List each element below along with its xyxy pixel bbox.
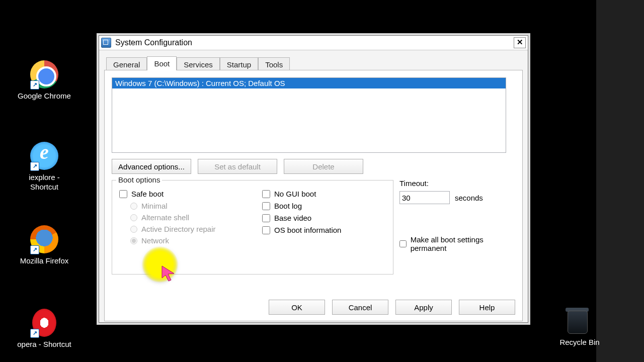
minimal-radio[interactable]: Minimal [130, 202, 216, 210]
boot-options-group: Boot options Safe boot Minimal Alternate… [112, 180, 393, 275]
apply-button[interactable]: Apply [395, 300, 452, 315]
no-gui-label: No GUI boot [274, 190, 316, 198]
tab-startup[interactable]: Startup [220, 57, 258, 71]
tabs: General Boot Services Startup Tools [99, 54, 528, 70]
ad-repair-radio[interactable]: Active Directory repair [130, 225, 216, 233]
safe-boot-checkbox[interactable]: Safe boot [119, 190, 216, 198]
safe-boot-input[interactable] [119, 190, 127, 198]
delete-button[interactable]: Delete [284, 159, 363, 174]
base-video-input[interactable] [262, 214, 270, 222]
desktop-icon-label: iexplore - Shortcut [14, 173, 74, 192]
minimal-input[interactable] [130, 203, 137, 210]
boot-log-checkbox[interactable]: Boot log [262, 202, 341, 210]
boot-entries-listbox[interactable]: Windows 7 (C:\Windows) : Current OS; Def… [112, 77, 506, 153]
advanced-options-button[interactable]: Advanced options... [112, 159, 191, 174]
base-video-checkbox[interactable]: Base video [262, 214, 341, 222]
desktop-icon-label: Google Chrome [14, 92, 74, 101]
boot-entry[interactable]: Windows 7 (C:\Windows) : Current OS; Def… [112, 78, 506, 88]
network-label: Network [141, 236, 169, 245]
cursor-icon [161, 265, 178, 282]
make-permanent-label: Make all boot settings permanent [411, 235, 505, 252]
minimal-label: Minimal [141, 202, 168, 210]
os-boot-info-input[interactable] [262, 226, 270, 234]
highlight-icon [142, 246, 178, 283]
svg-marker-0 [162, 266, 174, 281]
desktop-icon-label: Recycle Bin [549, 338, 610, 347]
cancel-button[interactable]: Cancel [332, 300, 388, 315]
desktop-icon-chrome[interactable]: ↗ Google Chrome [14, 60, 74, 101]
timeout-unit: seconds [455, 194, 483, 202]
timeout-input[interactable] [399, 191, 450, 204]
desktop-icon-label: Mozilla Firefox [14, 256, 74, 266]
tab-boot[interactable]: Boot [147, 56, 177, 70]
close-button[interactable]: ✕ [514, 37, 526, 48]
desktop-icon-label: opera - Shortcut [14, 340, 74, 349]
no-gui-input[interactable] [262, 190, 270, 198]
ok-button[interactable]: OK [269, 300, 325, 315]
timeout-label: Timeout: [399, 179, 429, 188]
make-permanent-checkbox[interactable]: Make all boot settings permanent [399, 235, 505, 252]
desktop-icon-opera[interactable]: ↗ opera - Shortcut [14, 309, 74, 349]
base-video-label: Base video [274, 214, 311, 222]
network-radio[interactable]: Network [130, 236, 216, 245]
window-title: System Configuration [115, 38, 192, 47]
tab-services[interactable]: Services [177, 57, 220, 71]
boot-log-label: Boot log [274, 202, 302, 210]
titlebar[interactable]: System Configuration ✕ [99, 36, 528, 50]
alternate-shell-label: Alternate shell [141, 213, 189, 222]
recycle-bin-icon [566, 307, 594, 335]
make-permanent-input[interactable] [399, 240, 407, 248]
set-as-default-button[interactable]: Set as default [198, 159, 277, 174]
alternate-shell-radio[interactable]: Alternate shell [130, 213, 216, 222]
no-gui-boot-checkbox[interactable]: No GUI boot [262, 190, 341, 198]
app-icon [101, 38, 111, 48]
system-configuration-dialog: System Configuration ✕ General Boot Serv… [99, 35, 528, 323]
boot-log-input[interactable] [262, 202, 270, 210]
shortcut-arrow-icon: ↗ [30, 162, 39, 171]
shortcut-arrow-icon: ↗ [30, 80, 39, 89]
boot-options-legend: Boot options [116, 175, 162, 184]
desktop-icon-recyclebin[interactable]: Recycle Bin [549, 307, 610, 347]
tab-panel-boot: Windows 7 (C:\Windows) : Current OS; Def… [104, 70, 523, 321]
os-boot-info-label: OS boot information [274, 226, 341, 234]
safe-boot-label: Safe boot [131, 190, 164, 198]
os-boot-info-checkbox[interactable]: OS boot information [262, 226, 341, 234]
ad-repair-input[interactable] [130, 226, 137, 233]
desktop: ↗ Google Chrome ↗ iexplore - Shortcut ↗ … [0, 0, 596, 362]
help-button[interactable]: Help [459, 300, 515, 315]
shortcut-arrow-icon: ↗ [30, 245, 39, 254]
network-input[interactable] [130, 237, 137, 244]
ad-repair-label: Active Directory repair [141, 225, 216, 233]
desktop-icon-ie[interactable]: ↗ iexplore - Shortcut [14, 142, 74, 192]
alternate-shell-input[interactable] [130, 214, 137, 221]
tab-tools[interactable]: Tools [258, 57, 290, 71]
shortcut-arrow-icon: ↗ [30, 329, 39, 338]
desktop-icon-firefox[interactable]: ↗ Mozilla Firefox [14, 225, 74, 266]
tab-general[interactable]: General [106, 57, 147, 71]
